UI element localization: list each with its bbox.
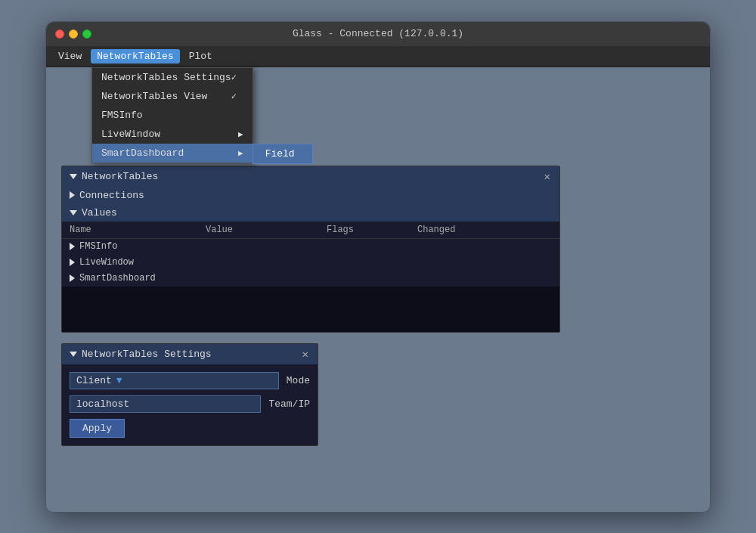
menu-networktables[interactable]: NetworkTables — [91, 49, 179, 64]
window-title: Glass - Connected (127.0.0.1) — [293, 28, 463, 39]
smartdashboard-row-expand-icon[interactable] — [70, 274, 75, 282]
row-livewindow-label: LiveWindow — [70, 257, 206, 268]
maximize-button[interactable] — [82, 29, 91, 39]
mode-label: Mode — [287, 375, 310, 386]
values-label: Values — [82, 207, 117, 218]
content-area: NetworkTables Settings ✓ NetworkTables V… — [46, 67, 710, 512]
close-button[interactable] — [55, 29, 64, 39]
networktables-panel-header: NetworkTables ✕ — [62, 166, 559, 187]
connections-label: Connections — [79, 190, 144, 201]
col-changed: Changed — [417, 225, 508, 235]
livewindow-row-expand-icon[interactable] — [70, 259, 75, 266]
settings-panel-header: NetworkTables Settings ✕ — [62, 344, 318, 364]
mode-value: Client — [76, 375, 112, 386]
smartdashboard-label: SmartDashboard — [101, 147, 184, 159]
main-window: Glass - Connected (127.0.0.1) View Netwo… — [45, 21, 711, 513]
row-smartdashboard-label: SmartDashboard — [70, 273, 206, 284]
smartdashboard-submenu: Field — [253, 144, 313, 164]
team-ip-label: Team/IP — [268, 398, 310, 410]
table-header: Name Value Flags Changed — [62, 222, 559, 239]
nt-panel-close-button[interactable]: ✕ — [543, 170, 552, 183]
dropdown-item-nt-settings[interactable]: NetworkTables Settings ✓ — [92, 68, 253, 87]
connections-section[interactable]: Connections — [62, 187, 559, 204]
fmsinfo-label: FMSInfo — [101, 110, 143, 121]
nt-settings-checkmark: ✓ — [231, 72, 243, 83]
values-section-label: Values — [70, 207, 117, 218]
submenu-field[interactable]: Field — [253, 144, 312, 163]
team-ip-row: Team/IP — [70, 395, 310, 413]
col-value: Value — [206, 225, 327, 235]
table-row[interactable]: SmartDashboard — [62, 271, 559, 287]
nt-spacer — [62, 287, 559, 332]
mode-row: Client ▼ Mode — [70, 372, 310, 389]
values-section[interactable]: Values — [62, 204, 559, 222]
table-row[interactable]: FMSInfo — [62, 239, 559, 255]
dropdown-item-livewindow[interactable]: LiveWindow ▶ — [92, 125, 253, 144]
row-fmsinfo-label: FMSInfo — [70, 241, 206, 252]
dropdown-item-nt-view[interactable]: NetworkTables View ✓ — [92, 87, 253, 106]
values-collapse-icon[interactable] — [70, 210, 77, 215]
dropdown-item-fmsinfo[interactable]: FMSInfo — [92, 106, 253, 125]
title-bar: Glass - Connected (127.0.0.1) — [46, 22, 710, 46]
mode-dropdown[interactable]: Client ▼ — [70, 372, 279, 389]
table-row[interactable]: LiveWindow — [62, 255, 559, 271]
menu-bar: View NetworkTables Plot — [46, 46, 710, 67]
livewindow-label: LiveWindow — [101, 129, 160, 140]
connections-section-label: Connections — [70, 190, 144, 201]
settings-panel-title: NetworkTables Settings — [70, 349, 301, 360]
nt-panel-content: Connections Values Name Value Flags Chan… — [62, 187, 559, 332]
menu-plot[interactable]: Plot — [183, 49, 218, 64]
nt-view-checkmark: ✓ — [231, 91, 243, 102]
nt-panel-title-text: NetworkTables — [82, 171, 158, 182]
networktables-panel: NetworkTables ✕ Connections Values — [61, 166, 560, 333]
settings-collapse-icon[interactable] — [70, 352, 77, 357]
settings-content: Client ▼ Mode Team/IP Apply — [62, 364, 318, 445]
dropdown-item-smartdashboard[interactable]: SmartDashboard ▶ Field — [92, 144, 253, 163]
apply-button[interactable]: Apply — [70, 419, 125, 438]
col-name: Name — [70, 225, 206, 235]
dropdown-arrow-icon: ▼ — [116, 375, 122, 386]
nt-view-label: NetworkTables View — [101, 91, 207, 102]
livewindow-arrow-icon: ▶ — [238, 129, 243, 139]
dropdown-menu: NetworkTables Settings ✓ NetworkTables V… — [91, 67, 253, 163]
col-flags: Flags — [327, 225, 417, 235]
menu-view[interactable]: View — [52, 49, 88, 64]
nt-settings-label: NetworkTables Settings — [101, 72, 231, 83]
settings-panel-title-text: NetworkTables Settings — [82, 349, 212, 360]
settings-panel: NetworkTables Settings ✕ Client ▼ Mode T… — [61, 343, 318, 446]
minimize-button[interactable] — [69, 29, 78, 39]
nt-collapse-icon[interactable] — [70, 174, 77, 179]
smartdashboard-arrow-icon: ▶ — [238, 148, 243, 158]
traffic-lights — [55, 29, 91, 39]
connections-expand-icon[interactable] — [70, 191, 75, 199]
settings-panel-close-button[interactable]: ✕ — [301, 348, 310, 361]
nt-panel-title: NetworkTables — [70, 171, 543, 182]
team-ip-input[interactable] — [70, 395, 261, 413]
fmsinfo-row-expand-icon[interactable] — [70, 243, 75, 250]
